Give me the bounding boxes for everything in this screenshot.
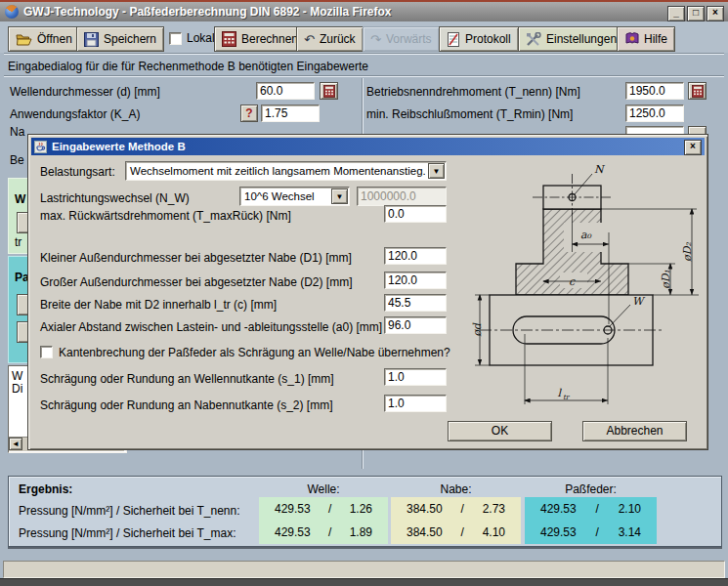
results-col-passfeder: Paßfeder: xyxy=(525,482,657,496)
close-button[interactable]: × xyxy=(707,6,724,21)
separator: / xyxy=(328,525,331,539)
dialog-title: Eingabewerte Methode B xyxy=(52,141,186,152)
pressure-value: 429.53 xyxy=(540,502,577,516)
calculator-icon xyxy=(323,85,335,98)
shaft-hub-technical-drawing: N W a₀ c øD₁ øD₂ ød l tr xyxy=(470,158,705,416)
separator: / xyxy=(461,502,464,516)
application-factor-label: Anwendungsfaktor (K_A) xyxy=(10,107,140,121)
dialog-close-button[interactable]: × xyxy=(684,140,702,155)
chevron-down-icon[interactable]: ▼ xyxy=(331,188,348,204)
shaft-diameter-input[interactable] xyxy=(256,82,315,100)
drawing-label-ltr: l xyxy=(557,387,562,399)
window-bottom-frame xyxy=(0,578,728,586)
d1-input[interactable] xyxy=(384,247,447,265)
local-checkbox[interactable] xyxy=(169,32,182,45)
calculator-icon xyxy=(222,31,236,47)
rueckwaertsdrehmoment-label: max. Rückwärtsdrehmoment (T_maxRück) [Nm… xyxy=(40,209,291,223)
breite-c-input[interactable] xyxy=(384,294,447,312)
shaft-diameter-label: Wellendurchmesser (d) [mm] xyxy=(10,85,160,99)
application-factor-input[interactable] xyxy=(261,105,320,122)
forward-button[interactable]: ↷ Vorwärts xyxy=(363,26,440,52)
pressure-value: 429.53 xyxy=(275,502,311,516)
calculate-label: Berechnen xyxy=(241,32,298,46)
open-folder-icon xyxy=(16,32,32,46)
title-bar: GWJ-Technology - Paßfederberechnung DIN … xyxy=(0,2,728,21)
calculate-button[interactable]: Berechnen xyxy=(214,26,306,52)
d2-input[interactable] xyxy=(384,272,447,289)
dialog-eingabewerte-methode-b: Eingabewerte Methode B × Belastungsart: … xyxy=(27,134,708,450)
belastungsart-select[interactable]: Wechselmoment mit zeitlich langsamem Mom… xyxy=(125,161,447,181)
s2-input[interactable] xyxy=(384,395,447,412)
rueckwaertsdrehmoment-input[interactable] xyxy=(384,205,447,223)
s1-label: Schrägung oder Rundung an Wellennutkante… xyxy=(40,372,334,386)
local-label: Lokal xyxy=(187,31,215,45)
kantenbrechung-label: Kantenbrechung der Paßfeder als Schrägun… xyxy=(59,346,450,359)
lastrichtungswechsel-select-value: 10^6 Wechsel xyxy=(240,190,331,202)
breite-c-label: Breite der Nabe mit D2 innerhalb l_tr (c… xyxy=(40,298,277,312)
welle-panel-text-fragment: tr xyxy=(15,235,21,249)
application-factor-help-button[interactable]: ? xyxy=(240,105,258,122)
abstand-a0-input[interactable] xyxy=(384,316,447,334)
safety-value: 2.10 xyxy=(619,502,641,516)
results-header: Ergebnis: xyxy=(19,482,72,496)
separator: / xyxy=(461,525,464,539)
toolbar: Öffnen Speichern Lokal Berechnen ↶ Zurüc… xyxy=(0,21,728,53)
calculator-icon xyxy=(692,85,704,98)
settings-button[interactable]: Einstellungen xyxy=(518,26,624,52)
friction-torque-label: min. Reibschlußmoment (T_Rmin) [Nm] xyxy=(366,107,573,121)
result-cell-nabe-tnenn: 384.50/2.73 xyxy=(391,497,521,520)
drawing-label-d2: øD₂ xyxy=(681,241,694,261)
scroll-left-arrow-icon[interactable]: ◄ xyxy=(9,438,22,450)
hidden-row-label-fragment: Na xyxy=(10,125,24,139)
java-cup-icon xyxy=(34,141,47,153)
back-button[interactable]: ↶ Zurück xyxy=(296,26,364,52)
protocol-button[interactable]: Protokoll xyxy=(439,26,519,52)
nominal-torque-input[interactable] xyxy=(625,82,684,100)
result-row-label: Pressung [N/mm²] / Sicherheit bei T_max: xyxy=(19,526,236,540)
result-cell-welle-tnenn: 429.53/1.26 xyxy=(259,497,388,520)
pressure-value: 429.53 xyxy=(540,525,577,539)
chevron-down-icon[interactable]: ▼ xyxy=(428,163,445,179)
tools-icon xyxy=(526,32,541,47)
listbox-line-fragment: W xyxy=(12,369,22,383)
save-label: Speichern xyxy=(104,32,156,46)
pressure-value: 384.50 xyxy=(407,525,443,539)
help-button[interactable]: Hilfe xyxy=(617,26,675,52)
nominal-torque-label: Betriebsnenndrehmoment (T_nenn) [Nm] xyxy=(366,85,580,99)
save-button[interactable]: Speichern xyxy=(76,26,164,52)
lastrichtungswechsel-label: Lastrichtungswechsel (N_W) xyxy=(40,191,190,205)
shaft-diameter-calc-button[interactable] xyxy=(320,82,338,100)
forward-label: Vorwärts xyxy=(386,32,432,46)
cancel-button[interactable]: Abbrechen xyxy=(582,421,687,441)
help-label: Hilfe xyxy=(644,32,667,46)
kantenbrechung-checkbox[interactable] xyxy=(40,346,53,358)
result-cell-passfeder-tnenn: 429.53/2.10 xyxy=(525,497,657,520)
s1-input[interactable] xyxy=(384,368,447,386)
hidden-row-label-fragment: Be xyxy=(10,153,24,167)
d2-label: Großer Außendurchmesser bei abgesetzter … xyxy=(40,275,352,289)
safety-value: 3.14 xyxy=(619,525,641,539)
d1-label: Kleiner Außendurchmesser bei abgesetzter… xyxy=(40,251,352,265)
belastungsart-label: Belastungsart: xyxy=(40,165,115,179)
separator: / xyxy=(596,502,599,516)
toolbar-divider xyxy=(4,53,724,55)
safety-value: 1.26 xyxy=(350,502,372,516)
drawing-label-a0: a₀ xyxy=(580,229,592,241)
welle-panel-label-fragment: W xyxy=(15,192,25,206)
ok-button[interactable]: OK xyxy=(448,421,552,441)
pressure-value: 384.50 xyxy=(407,502,443,516)
statusline-divider xyxy=(4,75,724,77)
settings-label: Einstellungen xyxy=(546,32,617,46)
friction-torque-input[interactable] xyxy=(625,105,684,122)
maximize-button[interactable]: □ xyxy=(687,6,705,21)
nominal-torque-calc-button[interactable] xyxy=(688,82,707,100)
result-cell-welle-tmax: 429.53/1.89 xyxy=(259,520,388,544)
lastrichtungswechsel-select[interactable]: 10^6 Wechsel ▼ xyxy=(239,187,350,206)
safety-value: 2.73 xyxy=(483,502,505,516)
open-button[interactable]: Öffnen xyxy=(8,26,80,52)
safety-value: 1.89 xyxy=(350,525,372,539)
result-cell-passfeder-tmax: 429.53/3.14 xyxy=(525,520,657,544)
minimize-button[interactable]: _ xyxy=(667,6,685,21)
separator: / xyxy=(328,502,331,516)
help-book-icon xyxy=(624,32,639,46)
